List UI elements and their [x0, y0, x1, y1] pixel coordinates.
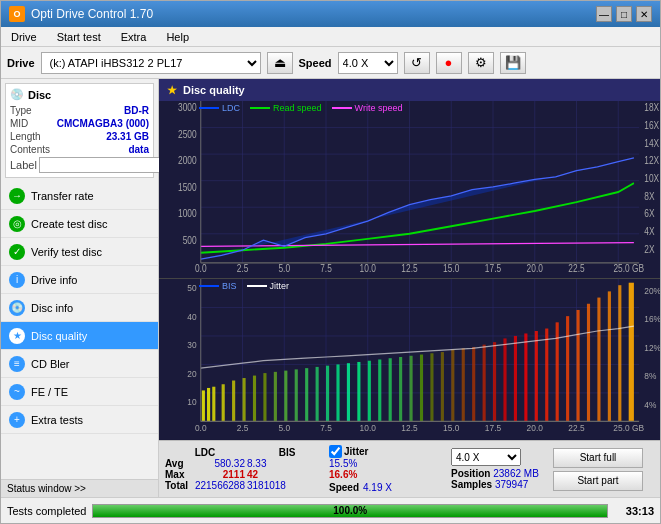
svg-text:20.0: 20.0 [527, 423, 543, 434]
max-bis-row: 42 [247, 469, 327, 480]
cd-bler-icon: ≡ [9, 356, 25, 372]
drive-info-label: Drive info [31, 274, 77, 286]
position-col: 4.0 X Position 23862 MB Samples 379947 [451, 448, 551, 490]
menu-start-test[interactable]: Start test [51, 30, 107, 44]
transfer-rate-label: Transfer rate [31, 190, 94, 202]
sidebar-item-disc-quality[interactable]: ★ Disc quality [1, 322, 158, 350]
svg-rect-111 [608, 291, 611, 421]
legend-read-speed: Read speed [250, 103, 322, 113]
svg-rect-82 [305, 368, 308, 421]
jitter-check-area: Jitter [329, 445, 449, 458]
jitter-col: Jitter 15.5% 16.6% Speed 4.19 X [329, 445, 449, 493]
svg-text:30: 30 [187, 340, 196, 351]
legend-jitter: Jitter [247, 281, 290, 291]
legend-ldc-label: LDC [222, 103, 240, 113]
svg-rect-72 [207, 388, 210, 421]
record-button[interactable]: ● [436, 52, 462, 74]
progress-track: 100.0% [92, 504, 608, 518]
legend-jitter-label: Jitter [270, 281, 290, 291]
avg-bis-value: 8.33 [247, 458, 266, 469]
svg-text:10.0: 10.0 [360, 263, 376, 274]
chart-top: LDC Read speed Write speed [159, 101, 660, 279]
close-button[interactable]: ✕ [636, 6, 652, 22]
disc-label-row: Label 🔍 [10, 157, 149, 173]
sidebar-item-fe-te[interactable]: ~ FE / TE [1, 378, 158, 406]
main-window: O Opti Drive Control 1.70 — □ ✕ Drive St… [0, 0, 661, 524]
svg-text:25.0 GB: 25.0 GB [613, 263, 644, 274]
menu-extra[interactable]: Extra [115, 30, 153, 44]
maximize-button[interactable]: □ [616, 6, 632, 22]
start-part-button[interactable]: Start part [553, 471, 643, 491]
speed-stats-row: Speed 4.19 X [329, 482, 449, 493]
sidebar-item-verify-test-disc[interactable]: ✓ Verify test disc [1, 238, 158, 266]
panel-title: Disc quality [183, 84, 245, 96]
title-bar-left: O Opti Drive Control 1.70 [9, 6, 153, 22]
time-display: 33:13 [614, 505, 654, 517]
svg-text:8X: 8X [644, 191, 654, 202]
progress-label: 100.0% [93, 505, 607, 517]
main-panel: ★ Disc quality LDC Read speed [159, 79, 660, 497]
start-full-button[interactable]: Start full [553, 448, 643, 468]
svg-text:16X: 16X [644, 120, 659, 131]
ldc-color-indicator [199, 107, 219, 109]
label-input[interactable] [39, 157, 172, 173]
status-window-button[interactable]: Status window >> [1, 479, 158, 497]
svg-text:2.5: 2.5 [237, 423, 249, 434]
status-text: Tests completed [7, 505, 86, 517]
svg-rect-106 [556, 322, 559, 421]
sidebar-item-disc-info[interactable]: 💿 Disc info [1, 294, 158, 322]
save-button[interactable]: 💾 [500, 52, 526, 74]
disc-icon: 💿 [10, 88, 24, 101]
contents-value: data [128, 144, 149, 155]
sidebar-item-drive-info[interactable]: i Drive info [1, 266, 158, 294]
disc-contents-row: Contents data [10, 144, 149, 155]
svg-text:10: 10 [187, 397, 196, 408]
jitter-color-indicator [247, 285, 267, 287]
legend-ldc: LDC [199, 103, 240, 113]
chart-area: LDC Read speed Write speed [159, 101, 660, 440]
disc-quality-icon: ★ [9, 328, 25, 344]
disc-length-row: Length 23.31 GB [10, 131, 149, 142]
create-test-disc-label: Create test disc [31, 218, 107, 230]
action-buttons-col: Start full Start part [553, 448, 643, 491]
menu-help[interactable]: Help [160, 30, 195, 44]
svg-text:4X: 4X [644, 226, 654, 237]
sidebar-item-extra-tests[interactable]: + Extra tests [1, 406, 158, 434]
sidebar-item-create-test-disc[interactable]: ◎ Create test disc [1, 210, 158, 238]
total-ldc-row: Total 221566288 [165, 480, 245, 491]
refresh-button[interactable]: ↺ [404, 52, 430, 74]
svg-rect-107 [566, 316, 569, 421]
settings-button[interactable]: ⚙ [468, 52, 494, 74]
svg-rect-90 [389, 358, 392, 421]
total-label: Total [165, 480, 188, 491]
window-controls: — □ ✕ [596, 6, 652, 22]
speed-select[interactable]: 4.0 X [451, 448, 521, 466]
drive-select[interactable]: (k:) ATAPI iHBS312 2 PL17 [41, 52, 261, 74]
extra-tests-label: Extra tests [31, 414, 83, 426]
position-value: 23862 MB [493, 468, 539, 479]
speed-select[interactable]: 4.0 X [338, 52, 398, 74]
menu-drive[interactable]: Drive [5, 30, 43, 44]
avg-ldc-row: Avg 580.32 [165, 458, 245, 469]
jitter-checkbox[interactable] [329, 445, 342, 458]
max-jitter-row: 16.6% [329, 469, 449, 480]
eject-button[interactable]: ⏏ [267, 52, 293, 74]
svg-rect-93 [420, 355, 423, 422]
svg-text:20: 20 [187, 368, 196, 379]
app-icon: O [9, 6, 25, 22]
svg-rect-73 [212, 387, 215, 422]
speed-label: Speed [329, 482, 359, 493]
svg-rect-100 [493, 342, 496, 421]
sidebar-item-transfer-rate[interactable]: → Transfer rate [1, 182, 158, 210]
type-label: Type [10, 105, 32, 116]
legend-write-speed-label: Write speed [355, 103, 403, 113]
svg-text:22.5: 22.5 [568, 423, 584, 434]
svg-rect-84 [326, 366, 329, 422]
sidebar-item-cd-bler[interactable]: ≡ CD Bler [1, 350, 158, 378]
progress-area: Tests completed 100.0% 33:13 [1, 497, 660, 523]
svg-rect-110 [597, 298, 600, 422]
svg-text:50: 50 [187, 283, 196, 294]
read-speed-color-indicator [250, 107, 270, 109]
minimize-button[interactable]: — [596, 6, 612, 22]
verify-test-disc-icon: ✓ [9, 244, 25, 260]
